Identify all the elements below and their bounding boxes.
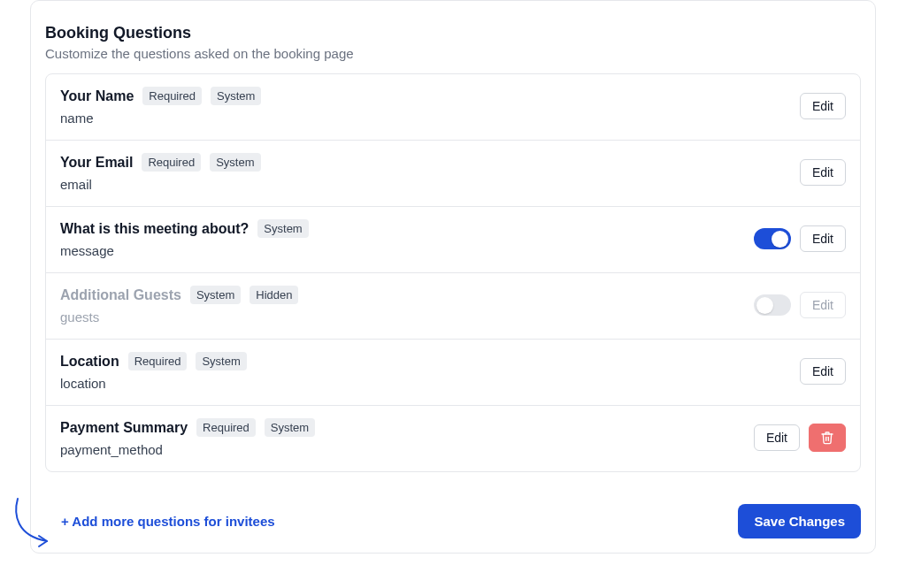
question-row-right: Edit (800, 358, 846, 385)
question-row-right: Edit (800, 159, 846, 186)
question-title: Your Name (60, 88, 134, 104)
question-toggle[interactable] (754, 294, 791, 316)
edit-button[interactable]: Edit (800, 93, 846, 119)
hidden-badge: Hidden (250, 286, 298, 304)
required-badge: Required (142, 153, 201, 172)
system-badge: System (196, 352, 246, 370)
card: Booking Questions Customize the question… (30, 0, 876, 554)
question-field-name: email (60, 177, 789, 192)
question-toggle[interactable] (754, 228, 791, 249)
section-subtitle: Customize the questions asked on the boo… (45, 46, 861, 61)
edit-button[interactable]: Edit (800, 225, 846, 252)
system-badge: System (210, 153, 260, 172)
toggle-knob (756, 297, 773, 314)
question-row-right: Edit (754, 424, 846, 452)
question-title: Location (60, 354, 119, 370)
question-title-line: Additional GuestsSystemHidden (60, 286, 743, 304)
question-row: Your EmailRequiredSystememailEdit (46, 141, 860, 207)
question-row-left: Additional GuestsSystemHiddenguests (60, 286, 743, 325)
question-row: LocationRequiredSystemlocationEdit (46, 340, 860, 406)
header-block: Booking Questions Customize the question… (45, 15, 861, 73)
question-row-left: Your EmailRequiredSystememail (60, 153, 789, 192)
question-title-line: Your EmailRequiredSystem (60, 153, 789, 172)
question-row: Your NameRequiredSystemnameEdit (46, 74, 860, 141)
question-row-left: Payment SummaryRequiredSystempayment_met… (60, 418, 743, 457)
question-row-right: Edit (754, 292, 846, 318)
question-title: Your Email (60, 155, 133, 171)
question-row-left: Your NameRequiredSystemname (60, 87, 789, 126)
edit-button[interactable]: Edit (800, 159, 846, 186)
question-title-line: Your NameRequiredSystem (60, 87, 789, 105)
question-title-line: Payment SummaryRequiredSystem (60, 418, 743, 437)
question-row-left: LocationRequiredSystemlocation (60, 352, 789, 391)
question-row-right: Edit (754, 225, 846, 252)
system-badge: System (211, 87, 261, 105)
edit-button[interactable]: Edit (754, 424, 800, 451)
question-row-left: What is this meeting about?Systemmessage (60, 219, 743, 258)
system-badge: System (190, 286, 241, 304)
question-field-name: name (60, 111, 789, 126)
toggle-knob (772, 231, 788, 248)
required-badge: Required (196, 418, 256, 437)
question-title: What is this meeting about? (60, 221, 249, 237)
question-row: Additional GuestsSystemHiddenguestsEdit (46, 273, 860, 340)
question-field-name: location (60, 376, 789, 391)
question-title: Payment Summary (60, 420, 188, 436)
question-list: Your NameRequiredSystemnameEditYour Emai… (45, 73, 861, 472)
system-badge: System (265, 418, 315, 437)
save-changes-button[interactable]: Save Changes (738, 504, 861, 538)
required-badge: Required (128, 352, 188, 370)
delete-button[interactable] (809, 424, 846, 452)
question-title-line: What is this meeting about?System (60, 219, 743, 238)
question-field-name: message (60, 243, 743, 258)
edit-button[interactable]: Edit (800, 292, 846, 318)
edit-button[interactable]: Edit (800, 358, 846, 385)
question-row: What is this meeting about?Systemmessage… (46, 207, 860, 273)
page-container: Booking Questions Customize the question… (0, 0, 906, 571)
system-badge: System (257, 219, 308, 238)
question-title: Additional Guests (60, 287, 181, 303)
card-footer: + Add more questions for invitees Save C… (45, 472, 861, 538)
question-title-line: LocationRequiredSystem (60, 352, 789, 370)
question-field-name: guests (60, 309, 743, 325)
question-field-name: payment_method (60, 442, 743, 457)
trash-icon (820, 431, 834, 445)
add-question-link[interactable]: + Add more questions for invitees (45, 514, 275, 529)
question-row: Payment SummaryRequiredSystempayment_met… (46, 406, 860, 471)
section-title: Booking Questions (45, 24, 861, 42)
question-row-right: Edit (800, 93, 846, 119)
required-badge: Required (142, 87, 202, 105)
